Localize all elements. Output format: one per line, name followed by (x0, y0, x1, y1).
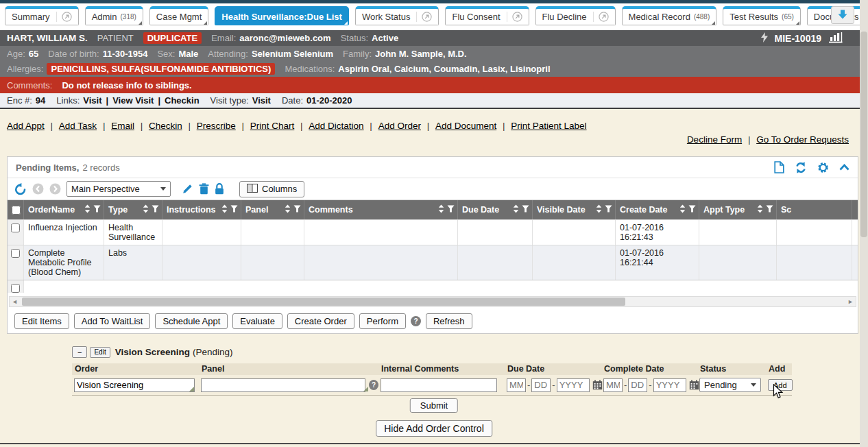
delete-trash-icon[interactable] (199, 183, 209, 195)
external-link-icon[interactable] (56, 12, 72, 22)
sort-icon[interactable] (679, 204, 686, 215)
filter-funnel-icon[interactable] (447, 205, 455, 215)
filter-funnel-icon[interactable] (93, 205, 101, 215)
link-add-dictation[interactable]: Add Dictation (309, 121, 363, 131)
new-document-icon[interactable] (774, 161, 784, 173)
row-checkbox[interactable] (11, 249, 20, 258)
refresh-icon[interactable] (795, 162, 807, 173)
vertical-scrollbar[interactable] (860, 0, 868, 447)
evaluate-button[interactable]: Evaluate (232, 313, 282, 329)
tab-summary[interactable]: Summary (5, 6, 79, 25)
add-to-waitlist-button[interactable]: Add To WaitList (74, 313, 151, 329)
enc-link-visit[interactable]: Visit (83, 95, 101, 106)
undo-icon[interactable] (14, 183, 27, 195)
complete-date-month-input[interactable] (603, 378, 623, 392)
link-add-task[interactable]: Add Task (59, 121, 97, 131)
row-checkbox[interactable] (11, 224, 20, 232)
tab-medical-record[interactable]: Medical Record(488) (622, 6, 717, 25)
nav-forward-icon[interactable] (49, 183, 61, 195)
link-email[interactable]: Email (111, 121, 134, 131)
tab-work-status[interactable]: Work Status (355, 6, 439, 25)
tab-admin[interactable]: Admin(318) (85, 6, 143, 25)
hide-add-order-control-button[interactable]: Hide Add Order Control (376, 420, 492, 437)
table-row[interactable]: Influenza InjectionHealth Surveillance01… (8, 219, 858, 245)
filter-funnel-icon[interactable] (522, 205, 529, 215)
collapse-chevron-icon[interactable] (839, 164, 849, 171)
enc-link-checkin[interactable]: Checkin (165, 95, 200, 106)
sort-icon[interactable] (143, 204, 149, 215)
internal-comments-input[interactable] (381, 378, 497, 392)
columns-button[interactable]: Columns (239, 181, 304, 197)
link-add-order[interactable]: Add Order (378, 121, 421, 131)
edit-items-button[interactable]: Edit Items (14, 313, 69, 329)
external-link-icon[interactable] (593, 12, 609, 22)
refresh-button[interactable]: Refresh (426, 313, 472, 329)
link-checkin[interactable]: Checkin (149, 121, 182, 131)
sort-icon[interactable] (513, 204, 519, 215)
link-add-document[interactable]: Add Document (435, 121, 496, 131)
schedule-appt-button[interactable]: Schedule Appt (155, 313, 228, 329)
tab-flu-consent[interactable]: Flu Consent (445, 6, 529, 25)
filter-funnel-icon[interactable] (230, 205, 238, 215)
tab-scroll-down-button[interactable] (831, 6, 854, 24)
link-print-chart[interactable]: Print Chart (250, 121, 295, 131)
create-order-button[interactable]: Create Order (287, 313, 354, 329)
link-go-to-order-requests[interactable]: Go To Order Requests (756, 134, 849, 145)
link-print-patient-label[interactable]: Print Patient Label (511, 121, 586, 131)
col-header-comments[interactable]: Comments (304, 200, 458, 219)
external-link-icon[interactable] (507, 12, 522, 22)
scroll-right-icon[interactable]: ► (845, 297, 856, 306)
order-input[interactable] (74, 378, 195, 392)
col-header-visible-date[interactable]: Visible Date (533, 200, 616, 219)
tab-test-results[interactable]: Test Results(65) (723, 6, 801, 25)
perform-help-icon[interactable]: ? (411, 316, 421, 326)
panel-help-icon[interactable]: ? (369, 380, 378, 390)
add-order-button[interactable]: Add (768, 379, 793, 391)
due-date-month-input[interactable] (507, 378, 526, 392)
col-header-ordername[interactable]: OrderName (24, 200, 104, 219)
complete-date-year-input[interactable] (653, 378, 686, 392)
col-header-appt-type[interactable]: Appt Type (699, 200, 777, 219)
sort-icon[interactable] (285, 204, 291, 215)
due-date-year-input[interactable] (557, 378, 590, 392)
sort-icon[interactable] (438, 204, 444, 215)
col-header-sc[interactable]: Sc (777, 200, 852, 219)
lock-icon[interactable] (215, 183, 224, 195)
link-decline-form[interactable]: Decline Form (687, 134, 742, 145)
sort-icon[interactable] (596, 204, 602, 215)
col-header-type[interactable]: Type (104, 200, 162, 219)
due-date-day-input[interactable] (531, 378, 551, 392)
enc-link-view-visit[interactable]: View Visit (112, 95, 154, 106)
allergies-badge[interactable]: PENICILLINS, SULFA(SULFONAMIDE ANTIBIOTI… (47, 63, 275, 75)
filter-funnel-icon[interactable] (293, 205, 301, 215)
vertical-scrollbar-thumb[interactable] (860, 32, 867, 237)
sort-icon[interactable] (84, 204, 91, 215)
submit-button[interactable]: Submit (410, 398, 458, 413)
link-add-appt[interactable]: Add Appt (7, 121, 45, 131)
flash-icon[interactable] (761, 32, 768, 45)
duplicate-badge[interactable]: DUPLICATE (143, 32, 202, 44)
table-row[interactable]: Complete Metabolic Profile (Blood Chem)L… (8, 245, 858, 280)
perspective-select[interactable]: Main Perspective (67, 181, 171, 197)
collapse-section-button[interactable]: − (72, 346, 87, 358)
link-prescribe[interactable]: Prescribe (197, 121, 236, 131)
bar-chart-icon[interactable] (828, 32, 843, 45)
external-link-icon[interactable] (416, 12, 432, 22)
edit-pencil-icon[interactable] (182, 183, 193, 195)
col-header-instructions[interactable]: Instructions (162, 200, 241, 219)
tab-flu-decline[interactable]: Flu Decline (535, 6, 616, 25)
col-header-panel[interactable]: Panel (241, 200, 304, 219)
scrollbar-thumb[interactable] (22, 298, 625, 306)
filter-funnel-icon[interactable] (688, 205, 696, 215)
sort-icon[interactable] (221, 204, 228, 215)
select-all-checkbox[interactable] (12, 206, 21, 215)
scroll-left-icon[interactable]: ◄ (10, 297, 20, 306)
complete-date-day-input[interactable] (628, 378, 647, 392)
filter-funnel-icon[interactable] (766, 205, 773, 215)
col-header-create-date[interactable]: Create Date (616, 200, 699, 219)
col-header-due-date[interactable]: Due Date (458, 200, 533, 219)
horizontal-scrollbar[interactable]: ◄ ► (9, 296, 856, 307)
perform-button[interactable]: Perform (359, 313, 406, 329)
sort-icon[interactable] (757, 204, 763, 215)
filter-funnel-icon[interactable] (605, 205, 612, 215)
